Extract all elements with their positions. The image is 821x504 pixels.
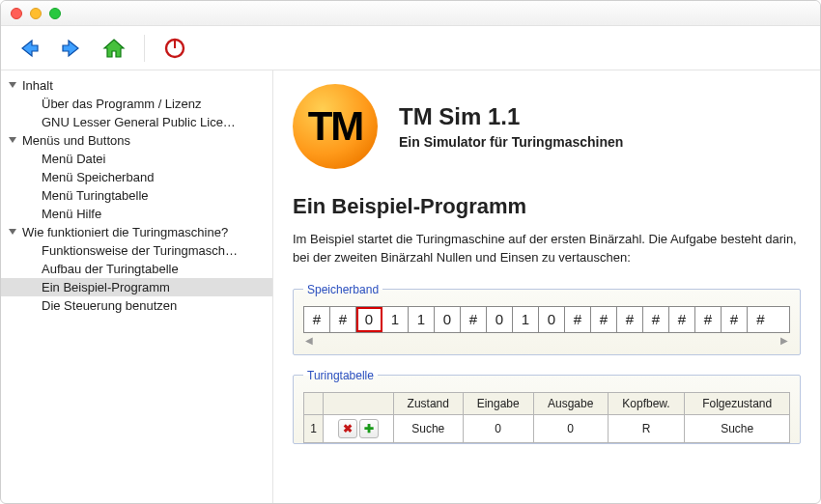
app-title: TM Sim 1.1 <box>399 103 623 130</box>
tape: ##0110#010######## <box>303 306 790 333</box>
toolbar <box>1 26 820 70</box>
turingtable: ZustandEingabeAusgabeKopfbew.Folgezustan… <box>303 392 790 443</box>
app-subtitle: Ein Simulator für Turingmaschinen <box>399 134 623 150</box>
tree-item[interactable]: Über das Programm / Lizenz <box>1 95 272 113</box>
tape-cell: # <box>695 307 722 332</box>
tape-cell: # <box>330 307 356 332</box>
tape-cell: 0 <box>487 307 513 332</box>
tape-panel: Speicherband ##0110#010######## ◀ ▶ <box>293 283 801 355</box>
tape-cell: # <box>669 307 695 332</box>
row-actions: ✖✚ <box>324 414 394 442</box>
tree-label: Die Steuerung benutzen <box>42 296 177 315</box>
tree-item[interactable]: Menü Hilfe <box>1 205 272 223</box>
column-header: Folgezustand <box>685 392 790 414</box>
tree-item[interactable]: Menü Speicherband <box>1 168 272 186</box>
hero: TM TM Sim 1.1 Ein Simulator für Turingma… <box>293 84 801 169</box>
table-cell[interactable]: 0 <box>463 414 533 442</box>
tree-item[interactable]: Menü Turingtabelle <box>1 186 272 205</box>
tree-item[interactable]: Menü Datei <box>1 150 272 168</box>
table-cell[interactable]: 0 <box>533 414 608 442</box>
tree-group-menus[interactable]: Menüs und Buttons <box>1 131 272 150</box>
scroll-right-icon[interactable]: ▶ <box>780 335 788 349</box>
row-action-header <box>324 392 394 414</box>
row-action-header <box>304 392 324 414</box>
tree-label: Menü Datei <box>42 150 105 168</box>
column-header: Kopfbew. <box>608 392 685 414</box>
tree-label: Ein Beispiel-Programm <box>42 278 170 296</box>
turingtable-legend: Turingtabelle <box>303 369 378 382</box>
close-window-button[interactable] <box>11 8 22 19</box>
table-cell[interactable]: R <box>608 414 685 442</box>
toolbar-separator <box>144 35 145 62</box>
tree-item[interactable]: Aufbau der Turingtabelle <box>1 260 272 278</box>
tree-item[interactable]: GNU Lesser General Public Lice… <box>1 113 272 131</box>
minimize-window-button[interactable] <box>30 8 42 19</box>
tape-cell: # <box>748 307 774 332</box>
tape-cell: 1 <box>382 307 409 332</box>
turingtable-panel: Turingtabelle ZustandEingabeAusgabeKopfb… <box>293 369 801 444</box>
tape-cell: # <box>722 307 748 332</box>
delete-row-button[interactable]: ✖ <box>338 419 357 438</box>
tree-item-selected[interactable]: Ein Beispiel-Programm <box>1 278 272 296</box>
tree-group-how[interactable]: Wie funktioniert die Turingmaschine? <box>1 223 272 241</box>
body: Inhalt Über das Programm / Lizenz GNU Le… <box>1 70 820 503</box>
back-button[interactable] <box>13 32 45 65</box>
page-heading: Ein Beispiel-Programm <box>293 194 801 219</box>
column-header: Eingabe <box>463 392 533 414</box>
tree-label: Aufbau der Turingtabelle <box>42 260 179 278</box>
scroll-left-icon[interactable]: ◀ <box>305 335 313 349</box>
table-cell[interactable]: Suche <box>685 414 790 442</box>
tape-cell: # <box>591 307 617 332</box>
page-intro: Im Beispiel startet die Turingmaschine a… <box>293 231 801 267</box>
tape-scrollbar[interactable]: ◀ ▶ <box>303 335 790 349</box>
tree-item[interactable]: Die Steuerung benutzen <box>1 296 272 315</box>
column-header: Ausgabe <box>533 392 608 414</box>
logo-text: TM <box>308 103 363 150</box>
zoom-window-button[interactable] <box>49 8 61 19</box>
window-controls <box>11 8 61 19</box>
tree-label: Menü Speicherband <box>42 168 154 186</box>
tape-cell: 0 <box>356 307 382 332</box>
tape-cell: 0 <box>539 307 565 332</box>
app-logo: TM <box>293 84 378 169</box>
tree-label: Menü Turingtabelle <box>42 186 149 205</box>
tape-legend: Speicherband <box>303 283 382 296</box>
tree-label: Menüs und Buttons <box>22 131 130 150</box>
power-button[interactable] <box>158 32 191 65</box>
tree-label: Funktionsweise der Turingmasch… <box>42 241 238 260</box>
tree-item[interactable]: Funktionsweise der Turingmasch… <box>1 241 272 260</box>
tape-cell: # <box>617 307 643 332</box>
forward-button[interactable] <box>55 32 88 65</box>
home-button[interactable] <box>98 32 130 65</box>
tape-cell: # <box>565 307 591 332</box>
tape-cell: 0 <box>435 307 461 332</box>
table-row: 1✖✚Suche00RSuche <box>304 414 790 442</box>
tree-label: Wie funktioniert die Turingmaschine? <box>22 223 228 241</box>
content-pane: TM TM Sim 1.1 Ein Simulator für Turingma… <box>273 70 820 503</box>
tape-cell: # <box>304 307 330 332</box>
navigation-tree: Inhalt Über das Programm / Lizenz GNU Le… <box>1 70 273 503</box>
row-number: 1 <box>304 414 324 442</box>
table-cell[interactable]: Suche <box>393 414 463 442</box>
tree-label: GNU Lesser General Public Lice… <box>42 113 236 131</box>
tree-label: Inhalt <box>22 76 53 95</box>
tape-cell: # <box>643 307 669 332</box>
svg-rect-1 <box>174 40 176 48</box>
tree-label: Über das Programm / Lizenz <box>42 95 201 113</box>
titlebar <box>1 1 820 26</box>
tape-cell: 1 <box>513 307 539 332</box>
tape-cell: 1 <box>409 307 435 332</box>
column-header: Zustand <box>393 392 463 414</box>
add-row-button[interactable]: ✚ <box>359 419 379 438</box>
tree-group-inhalt[interactable]: Inhalt <box>1 76 272 95</box>
app-window: Inhalt Über das Programm / Lizenz GNU Le… <box>0 0 821 504</box>
tree-label: Menü Hilfe <box>42 205 101 223</box>
tape-cell: # <box>461 307 487 332</box>
